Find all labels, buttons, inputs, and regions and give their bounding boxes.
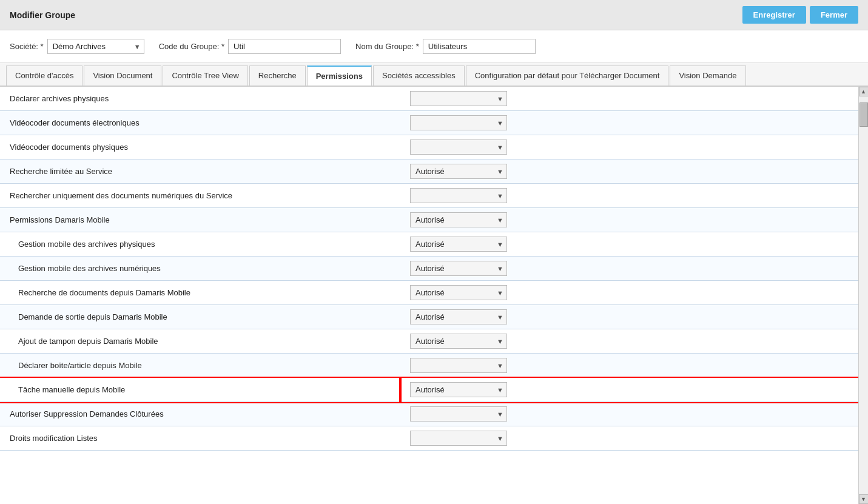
enregistrer-button[interactable]: Enregistrer — [742, 6, 806, 24]
perm-label: Déclarer boîte/article depuis Mobile — [0, 354, 400, 378]
perm-dropdown[interactable]: AutoriséNon autorisé — [410, 309, 507, 324]
perm-label: Autoriser Suppression Demandes Clôturées — [0, 402, 400, 426]
tab-recherche[interactable]: Recherche — [249, 66, 306, 86]
perm-dropdown-cell: AutoriséNon autorisé▼ — [400, 257, 858, 281]
perm-dropdown-wrap: AutoriséNon autorisé▼ — [410, 188, 507, 203]
perm-label: Droits modification Listes — [0, 426, 400, 451]
permissions-table: Déclarer archives physiquesAutoriséNon a… — [0, 87, 858, 451]
perm-dropdown-wrap: AutoriséNon autorisé▼ — [410, 431, 507, 446]
perm-dropdown[interactable]: AutoriséNon autorisé — [410, 358, 507, 373]
form-area: Société: * Démo Archives ▼ Code du Group… — [0, 30, 868, 63]
perm-dropdown[interactable]: AutoriséNon autorisé — [410, 334, 507, 349]
perm-dropdown-cell: AutoriséNon autorisé▼ — [400, 329, 858, 354]
perm-dropdown-wrap: AutoriséNon autorisé▼ — [410, 91, 507, 106]
perm-dropdown-cell: AutoriséNon autorisé▼ — [400, 208, 858, 232]
scroll-track — [859, 96, 869, 494]
table-row: Vidéocoder documents physiquesAutoriséNo… — [0, 135, 858, 160]
perm-dropdown-wrap: AutoriséNon autorisé▼ — [410, 406, 507, 422]
perm-dropdown[interactable]: AutoriséNon autorisé — [410, 188, 507, 203]
perm-dropdown[interactable]: AutoriséNon autorisé — [410, 139, 507, 155]
nom-groupe-field: Nom du Groupe: * — [355, 39, 536, 54]
scroll-thumb[interactable] — [860, 102, 868, 127]
perm-dropdown-wrap: AutoriséNon autorisé▼ — [410, 382, 507, 397]
perm-dropdown[interactable]: AutoriséNon autorisé — [410, 261, 507, 276]
societe-field: Société: * Démo Archives ▼ — [10, 39, 144, 54]
table-row: Recherche limitée au ServiceAutoriséNon … — [0, 160, 858, 184]
perm-dropdown[interactable]: AutoriséNon autorisé — [410, 237, 507, 252]
perm-dropdown-cell: AutoriséNon autorisé▼ — [400, 354, 858, 378]
perm-dropdown-wrap: AutoriséNon autorisé▼ — [410, 237, 507, 252]
perm-label: Gestion mobile des archives physiques — [0, 232, 400, 257]
fermer-button[interactable]: Fermer — [810, 6, 858, 24]
perm-label: Gestion mobile des archives numériques — [0, 257, 400, 281]
tab-vision-demande[interactable]: Vision Demande — [670, 66, 745, 86]
perm-dropdown-wrap: AutoriséNon autorisé▼ — [410, 334, 507, 349]
perm-dropdown[interactable]: AutoriséNon autorisé — [410, 431, 507, 446]
nom-groupe-input[interactable] — [423, 39, 536, 54]
perm-label: Ajout de tampon depuis Damaris Mobile — [0, 329, 400, 354]
perm-dropdown-cell: AutoriséNon autorisé▼ — [400, 426, 858, 451]
tab-config-defaut[interactable]: Configuration par défaut pour Télécharge… — [466, 66, 669, 86]
code-groupe-field: Code du Groupe: * — [159, 39, 341, 54]
table-row: Demande de sortie depuis Damaris MobileA… — [0, 305, 858, 329]
perm-label: Demande de sortie depuis Damaris Mobile — [0, 305, 400, 329]
title-bar: Modifier Groupe Enregistrer Fermer — [0, 0, 868, 30]
perm-dropdown-cell: AutoriséNon autorisé▼ — [400, 87, 858, 111]
perm-dropdown-wrap: AutoriséNon autorisé▼ — [410, 309, 507, 324]
title-bar-actions: Enregistrer Fermer — [742, 6, 858, 24]
tab-controle-acces[interactable]: Contrôle d'accès — [6, 66, 82, 86]
perm-dropdown-wrap: AutoriséNon autorisé▼ — [410, 115, 507, 130]
table-row: Gestion mobile des archives physiquesAut… — [0, 232, 858, 257]
table-row: Permissions Damaris MobileAutoriséNon au… — [0, 208, 858, 232]
table-row: Ajout de tampon depuis Damaris MobileAut… — [0, 329, 858, 354]
content-area: Déclarer archives physiquesAutoriséNon a… — [0, 87, 868, 504]
permissions-table-wrapper[interactable]: Déclarer archives physiquesAutoriséNon a… — [0, 87, 858, 504]
perm-label: Vidéocoder documents physiques — [0, 135, 400, 160]
perm-label: Tâche manuelle depuis Mobile — [0, 378, 400, 402]
scroll-down-arrow[interactable]: ▼ — [859, 494, 869, 504]
perm-dropdown-cell: AutoriséNon autorisé▼ — [400, 111, 858, 135]
perm-dropdown-cell: AutoriséNon autorisé▼ — [400, 160, 858, 184]
perm-dropdown[interactable]: AutoriséNon autorisé — [410, 212, 507, 227]
perm-label: Déclarer archives physiques — [0, 87, 400, 111]
code-groupe-label: Code du Groupe: * — [159, 42, 224, 51]
tab-societes-accessibles[interactable]: Sociétés accessibles — [373, 66, 465, 86]
window-title: Modifier Groupe — [10, 10, 75, 20]
perm-dropdown[interactable]: AutoriséNon autorisé — [410, 406, 507, 422]
perm-dropdown-cell: AutoriséNon autorisé▼ — [400, 305, 858, 329]
perm-dropdown-cell: AutoriséNon autorisé▼ — [400, 232, 858, 257]
perm-label: Permissions Damaris Mobile — [0, 208, 400, 232]
table-row: Droits modification ListesAutoriséNon au… — [0, 426, 858, 451]
perm-label: Vidéocoder documents électroniques — [0, 111, 400, 135]
table-row: Déclarer archives physiquesAutoriséNon a… — [0, 87, 858, 111]
scrollbar[interactable]: ▲ ▼ — [858, 87, 868, 504]
table-row: Gestion mobile des archives numériquesAu… — [0, 257, 858, 281]
table-row: Vidéocoder documents électroniquesAutori… — [0, 111, 858, 135]
perm-dropdown[interactable]: AutoriséNon autorisé — [410, 164, 507, 179]
perm-dropdown[interactable]: AutoriséNon autorisé — [410, 115, 507, 130]
societe-select-wrap: Démo Archives ▼ — [47, 39, 144, 54]
perm-dropdown[interactable]: AutoriséNon autorisé — [410, 285, 507, 300]
table-row: Tâche manuelle depuis MobileAutoriséNon … — [0, 378, 858, 402]
perm-dropdown-cell: AutoriséNon autorisé▼ — [400, 378, 858, 402]
perm-dropdown-wrap: AutoriséNon autorisé▼ — [410, 212, 507, 227]
perm-label: Rechercher uniquement des documents numé… — [0, 184, 400, 208]
nom-groupe-label: Nom du Groupe: * — [355, 42, 419, 51]
tab-vision-document[interactable]: Vision Document — [84, 66, 161, 86]
perm-dropdown[interactable]: AutoriséNon autorisé — [410, 382, 507, 397]
perm-dropdown-wrap: AutoriséNon autorisé▼ — [410, 285, 507, 300]
table-row: Rechercher uniquement des documents numé… — [0, 184, 858, 208]
tabs-bar: Contrôle d'accèsVision DocumentContrôle … — [0, 63, 868, 87]
perm-label: Recherche de documents depuis Damaris Mo… — [0, 281, 400, 305]
table-row: Autoriser Suppression Demandes Clôturées… — [0, 402, 858, 426]
code-groupe-input[interactable] — [228, 39, 341, 54]
perm-dropdown-wrap: AutoriséNon autorisé▼ — [410, 164, 507, 179]
societe-select[interactable]: Démo Archives — [47, 39, 144, 54]
tab-controle-tree-view[interactable]: Contrôle Tree View — [163, 66, 247, 86]
societe-label: Société: * — [10, 42, 44, 51]
perm-dropdown-cell: AutoriséNon autorisé▼ — [400, 135, 858, 160]
table-row: Recherche de documents depuis Damaris Mo… — [0, 281, 858, 305]
scroll-up-arrow[interactable]: ▲ — [859, 87, 869, 96]
tab-permissions[interactable]: Permissions — [307, 66, 372, 86]
perm-dropdown[interactable]: AutoriséNon autorisé — [410, 91, 507, 106]
